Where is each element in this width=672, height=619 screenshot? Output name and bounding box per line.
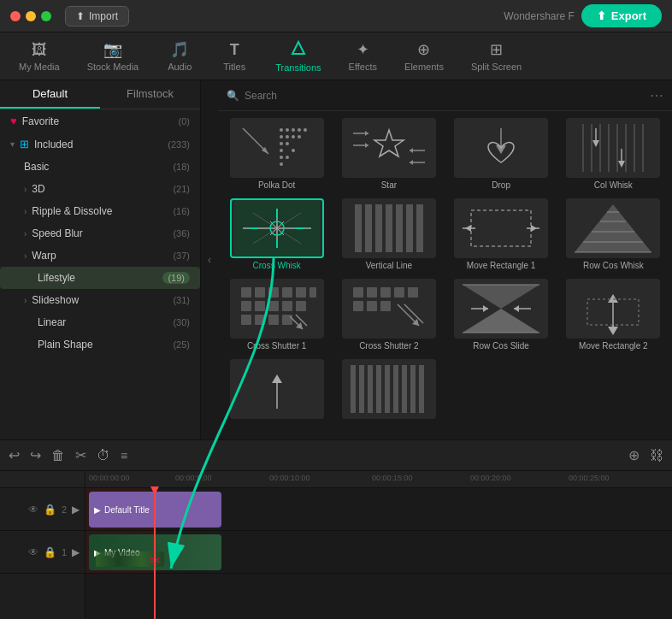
nav-titles[interactable]: T Titles [209, 36, 260, 77]
heart-icon: ♥ [10, 115, 17, 127]
track-number: 1 [62, 547, 67, 557]
svg-rect-138 [410, 365, 416, 413]
search-bar: 🔍 ⋯ [218, 80, 672, 111]
sidebar-item-label: Lifestyle [38, 272, 157, 284]
grid-item-cross-shutter-1[interactable]: Cross Shutter 1 [221, 275, 332, 354]
sidebar-item-ripple[interactable]: › Ripple & Dissolve (16) [0, 200, 200, 222]
export-icon: ⬆ [597, 9, 606, 22]
nav-split-screen-label: Split Screen [471, 62, 522, 72]
import-button[interactable]: ⬆ Import [65, 6, 129, 27]
svg-rect-103 [380, 287, 391, 298]
timeline: ↩ ↪ 🗑 ✂ ⏱ ≡ ⊕ ⛓ 👁 🔒 2 ▶ [0, 439, 672, 619]
nav-effects[interactable]: ✦ Effects [337, 35, 389, 77]
sidebar-item-plain-shape[interactable]: Plain Shape (25) [0, 333, 200, 356]
svg-point-5 [286, 128, 289, 132]
grid-item-row-cos-whisk[interactable]: Row Cos Whisk [558, 195, 669, 274]
svg-point-15 [280, 149, 283, 152]
cut-icon[interactable]: ✂ [75, 447, 86, 463]
track-type-icon: ▶ [72, 504, 80, 516]
sidebar-item-label: Speed Blur [32, 227, 168, 239]
svg-rect-62 [365, 204, 372, 252]
chevron-right-icon: › [24, 296, 27, 305]
sidebar-item-lifestyle[interactable]: Lifestyle (19) [0, 267, 200, 289]
tab-default[interactable]: Default [0, 80, 100, 109]
tracks-area: ▶ Default Title ▶ My Video [85, 488, 672, 619]
chevron-right-icon: › [24, 207, 27, 216]
search-input[interactable] [245, 90, 645, 102]
nav-elements[interactable]: ⊕ Elements [392, 35, 456, 77]
filter-icon[interactable]: ≡ [121, 449, 127, 463]
minimize-button[interactable] [26, 11, 36, 21]
sidebar-item-warp[interactable]: › Warp (37) [0, 245, 200, 267]
tab-filmstock[interactable]: Filmstock [100, 80, 200, 109]
svg-marker-0 [292, 42, 304, 54]
svg-rect-134 [376, 365, 381, 413]
sidebar-item-included[interactable]: ▾ ⊞ Included (233) [0, 133, 200, 156]
track-lock-icon[interactable]: 🔒 [44, 504, 56, 516]
svg-rect-92 [296, 301, 306, 311]
chain-icon[interactable]: ⛓ [650, 448, 663, 463]
grid-item-star[interactable]: Star [333, 115, 444, 193]
sidebar-item-3d[interactable]: › 3D (21) [0, 178, 200, 200]
track-lock-icon[interactable]: 🔒 [44, 546, 56, 558]
nav-transitions[interactable]: Transitions [263, 35, 333, 78]
effects-icon: ✦ [357, 40, 369, 59]
grid-item-label: Row Cos Whisk [583, 261, 644, 270]
delete-icon[interactable]: 🗑 [51, 448, 65, 463]
add-track-icon[interactable]: ⊕ [628, 447, 640, 463]
track-eye-icon[interactable]: 👁 [28, 546, 38, 558]
svg-point-4 [280, 128, 283, 132]
app-title: Wondershare F [136, 10, 575, 22]
clip-play-icon: ▶ [94, 505, 101, 515]
track-2-label: 👁 🔒 2 ▶ [0, 488, 85, 531]
grid-item-move-rect-1[interactable]: Move Rectangle 1 [446, 195, 557, 274]
grid-item-polka-dot[interactable]: Polka Dot [221, 115, 332, 193]
nav-split-screen[interactable]: ⊞ Split Screen [459, 35, 533, 77]
stock-media-icon: 📷 [103, 40, 122, 59]
timecode-15: 00:00:15:00 [372, 474, 413, 482]
fullscreen-button[interactable] [41, 11, 51, 21]
sidebar-item-speed-blur[interactable]: › Speed Blur (36) [0, 222, 200, 245]
grid-item-label: Polka Dot [258, 180, 295, 190]
chevron-right-icon: › [24, 185, 27, 194]
playhead[interactable] [154, 488, 156, 619]
sidebar-item-label: Included [34, 139, 162, 150]
sidebar-item-count: (31) [173, 295, 190, 305]
grid-item-label: Move Rectangle 1 [467, 261, 536, 270]
nav-stock-media[interactable]: 📷 Stock Media [75, 35, 151, 77]
grid-options-icon[interactable]: ⋯ [650, 87, 663, 103]
nav-my-media[interactable]: 🖼 My Media [7, 36, 72, 77]
nav-my-media-label: My Media [19, 62, 60, 72]
nav-elements-label: Elements [404, 62, 444, 72]
grid-item-col-whisk[interactable]: Col Whisk [558, 115, 669, 193]
grid-item-partial-1[interactable] [221, 356, 332, 425]
sidebar-item-label: Warp [32, 250, 168, 262]
nav-audio[interactable]: 🎵 Audio [154, 35, 205, 77]
grid-item-row-cos-slide[interactable]: Row Cos Slide [446, 275, 557, 354]
grid-item-move-rect-2[interactable]: Move Rectangle 2 [558, 275, 669, 354]
undo-icon[interactable]: ↩ [9, 447, 20, 463]
grid-item-partial-2[interactable] [333, 356, 444, 425]
redo-icon[interactable]: ↪ [30, 447, 41, 463]
sidebar-tabs: Default Filmstock [0, 80, 200, 109]
sidebar-item-basic[interactable]: Basic (18) [0, 156, 200, 178]
sidebar-item-label: Linear [38, 316, 168, 328]
sidebar-item-favorite[interactable]: ♥ Favorite (0) [0, 109, 200, 133]
collapse-sidebar-button[interactable]: ‹ [201, 80, 218, 439]
svg-rect-106 [353, 301, 363, 311]
grid-item-cross-whisk[interactable]: Cross Whisk [221, 195, 332, 274]
sidebar-item-slideshow[interactable]: › Slideshow (31) [0, 289, 200, 311]
export-button[interactable]: ⬆ Export [581, 4, 662, 27]
svg-rect-84 [268, 287, 279, 298]
svg-rect-101 [353, 287, 363, 298]
grid-item-label: Row Cos Slide [473, 341, 529, 351]
grid-item-label: Cross Whisk [253, 261, 301, 270]
timer-icon[interactable]: ⏱ [97, 448, 110, 463]
sidebar-item-linear[interactable]: Linear (30) [0, 311, 200, 333]
close-button[interactable] [10, 11, 21, 21]
grid-item-cross-shutter-2[interactable]: Cross Shutter 2 [333, 275, 444, 354]
grid-item-drop[interactable]: Drop [446, 115, 557, 193]
svg-rect-136 [393, 365, 398, 413]
track-eye-icon[interactable]: 👁 [28, 504, 38, 516]
grid-item-vertical-line[interactable]: Vertical Line [333, 195, 444, 274]
